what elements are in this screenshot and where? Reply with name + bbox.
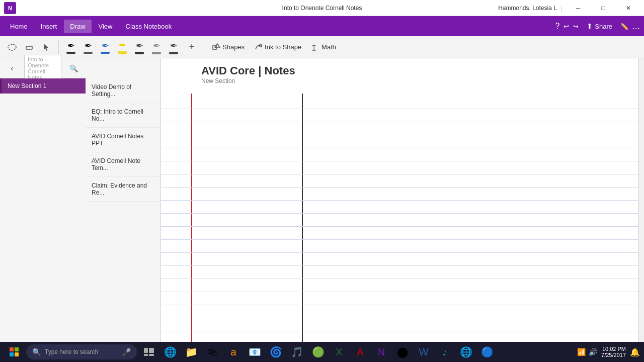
search-button[interactable]: 🔍: [65, 60, 82, 76]
h-line-14: [161, 279, 638, 279]
taskbar-app15[interactable]: 🔵: [477, 343, 497, 361]
pen-yellow[interactable]: ✒: [114, 39, 130, 55]
taskbar-excel[interactable]: X: [329, 343, 349, 361]
taskbar-amazon[interactable]: a: [223, 343, 244, 361]
h-line-13: [161, 265, 638, 266]
section-item-new-section-1[interactable]: New Section 1: [0, 78, 86, 94]
back-button[interactable]: ‹: [4, 60, 20, 76]
page-item-0[interactable]: Video Demo of Setting...: [86, 78, 160, 103]
note-subtitle: New Section: [201, 77, 628, 84]
taskbar-outlook[interactable]: 📧: [245, 343, 265, 361]
maximize-button[interactable]: □: [592, 0, 615, 16]
menu-insert[interactable]: Insert: [35, 20, 63, 33]
taskbar-store[interactable]: 🛍: [202, 343, 222, 361]
taskbar-system-tray: 📶 🔊 10:02 PM 7/25/2017 🔔: [577, 346, 640, 358]
separator-1: [58, 40, 59, 54]
shapes-button[interactable]: Shapes: [208, 41, 249, 53]
taskbar-app11[interactable]: ⬤: [392, 343, 413, 361]
close-button[interactable]: ✕: [617, 0, 640, 16]
pen-dark3[interactable]: ✒: [166, 39, 182, 55]
start-button[interactable]: [4, 343, 24, 361]
svg-point-0: [8, 44, 16, 50]
user-name: Hammonds, Lotesia L: [498, 5, 557, 12]
h-line-4: [161, 148, 638, 148]
more-options-icon[interactable]: ...: [632, 21, 640, 32]
taskbar-app7[interactable]: 🎵: [287, 343, 307, 361]
add-pen-button[interactable]: +: [184, 39, 200, 55]
taskbar-clock[interactable]: 10:02 PM 7/25/2017: [601, 346, 626, 358]
clock-time: 10:02 PM: [601, 346, 626, 352]
h-line-17: [161, 318, 638, 318]
volume-icon[interactable]: 🔊: [589, 348, 597, 356]
taskbar-word[interactable]: W: [414, 343, 434, 361]
taskbar-app13[interactable]: ♪: [435, 343, 455, 361]
share-button[interactable]: ⬆ Share: [583, 20, 616, 32]
ink-to-shape-button[interactable]: Ink to Shape: [251, 41, 305, 53]
svg-rect-11: [149, 348, 154, 353]
window-controls: ─ □ ✕: [567, 0, 640, 16]
sidebar-header: ‹ Into to Onenote Cornell Notes 🔍: [0, 58, 86, 78]
menu-home[interactable]: Home: [4, 20, 34, 33]
pen-dark2[interactable]: ✒: [131, 39, 147, 55]
h-line-3: [161, 135, 638, 135]
toolbar: ✒ ✒ ✒ ✒ ✒: [0, 36, 644, 58]
sections-list: New Section 1: [0, 78, 86, 94]
svg-text:∑: ∑: [312, 44, 316, 51]
menu-class-notebook[interactable]: Class Notebook: [120, 20, 178, 33]
pages-section: Video Demo of Setting... EQ: Intro to Co…: [86, 58, 161, 342]
h-line-9: [161, 213, 638, 214]
system-icons: 📶 🔊: [577, 348, 597, 356]
svg-rect-4: [260, 45, 262, 47]
notification-icon[interactable]: 🔔: [630, 347, 640, 357]
svg-rect-1: [26, 46, 32, 49]
h-line-8: [161, 200, 638, 201]
taskbar-acrobat[interactable]: A: [350, 343, 370, 361]
h-line-16: [161, 305, 638, 305]
search-box[interactable]: Into to Onenote Cornell Notes: [24, 55, 61, 82]
menu-draw[interactable]: Draw: [64, 20, 91, 33]
svg-rect-9: [15, 352, 19, 356]
svg-rect-12: [144, 354, 148, 356]
note-paper[interactable]: AVID Core | Notes New Section: [161, 58, 638, 342]
window-title: Into to Onenote Cornell Notes: [282, 5, 362, 12]
title-bar: N Into to Onenote Cornell Notes Hammonds…: [0, 0, 644, 16]
network-icon[interactable]: 📶: [577, 348, 586, 356]
svg-rect-6: [10, 347, 14, 351]
undo-icon[interactable]: ↩: [564, 23, 569, 30]
taskbar-task-view[interactable]: [139, 343, 159, 361]
menu-view[interactable]: View: [93, 20, 119, 33]
pen-dark[interactable]: ✒: [80, 39, 96, 55]
page-item-4[interactable]: Claim, Evidence and Re...: [86, 177, 160, 202]
sidebar-section: ‹ Into to Onenote Cornell Notes 🔍 New Se…: [0, 58, 86, 342]
erase-tool[interactable]: [21, 39, 37, 55]
pen-black[interactable]: ✒: [63, 39, 79, 55]
pen-blue[interactable]: ✒: [97, 39, 113, 55]
page-title-area: AVID Core | Notes New Section: [161, 58, 638, 88]
pen-tools: ✒ ✒ ✒ ✒ ✒: [63, 39, 182, 55]
note-title: AVID Core | Notes: [201, 64, 628, 77]
page-item-2[interactable]: AVID Cornell Notes PPT: [86, 128, 160, 152]
taskbar-app14[interactable]: 🌐: [456, 343, 476, 361]
taskbar-explorer[interactable]: 📁: [181, 343, 201, 361]
taskbar-search[interactable]: 🔍 Type here to search 🎤: [26, 344, 137, 359]
taskbar-app6[interactable]: 🌀: [266, 343, 286, 361]
cursor-tool[interactable]: [38, 39, 54, 55]
svg-rect-8: [10, 352, 14, 356]
lined-paper[interactable]: [161, 94, 638, 342]
page-item-3[interactable]: AVID Cornell Note Tem...: [86, 152, 160, 177]
pages-list: Video Demo of Setting... EQ: Intro to Co…: [86, 78, 161, 210]
redo-icon[interactable]: ↪: [573, 23, 579, 30]
minimize-button[interactable]: ─: [567, 0, 590, 16]
right-scrollbar[interactable]: [638, 58, 644, 342]
question-icon[interactable]: ?: [555, 22, 559, 31]
edit-icon[interactable]: ✏️: [620, 23, 628, 30]
select-tools: [4, 39, 54, 55]
page-item-1[interactable]: EQ: Intro to Cornell No...: [86, 103, 160, 128]
taskbar-app8[interactable]: 🟢: [308, 343, 328, 361]
lasso-tool[interactable]: [4, 39, 20, 55]
pen-gray[interactable]: ✒: [148, 39, 165, 55]
taskbar-edge[interactable]: 🌐: [160, 343, 180, 361]
menu-bar-right: ? ↩ ↪ ⬆ Share ✏️ ...: [555, 20, 640, 32]
taskbar-onenote[interactable]: N: [371, 343, 391, 361]
math-button[interactable]: ∑ Math: [307, 41, 340, 53]
